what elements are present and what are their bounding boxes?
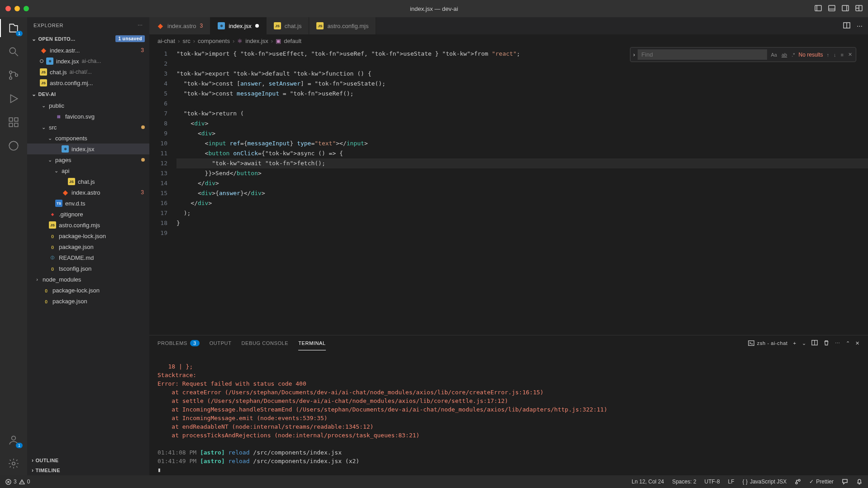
close-panel-icon[interactable]: ✕ — [855, 340, 860, 346]
close-icon[interactable]: ✕ — [847, 52, 853, 57]
terminal-shell-label[interactable]: zsh - ai-chat — [748, 340, 788, 346]
errors-status[interactable]: 3 0 — [5, 478, 30, 485]
terminal-dropdown-icon[interactable]: ⌄ — [802, 340, 806, 346]
new-terminal-icon[interactable]: + — [793, 340, 796, 346]
find-expand-icon[interactable]: › — [633, 51, 635, 58]
editor-body[interactable]: 12345678910111213141516171819 "tok-kw">i… — [149, 47, 868, 335]
bell-icon[interactable] — [856, 478, 863, 485]
editor-tab[interactable]: ⚛index.jsx — [210, 17, 267, 34]
tabs-row: ◆index.astro3⚛index.jsxJSchat.jsJSastro.… — [149, 17, 868, 34]
open-editors-list: ◆index.astr...3⚛index.jsxai-cha...JSchat… — [27, 44, 149, 89]
panel-bottom-icon[interactable] — [828, 5, 835, 13]
editor-tab[interactable]: ◆index.astro3 — [149, 17, 210, 34]
file-item[interactable]: ⚛index.jsx — [27, 144, 149, 154]
breadcrumbs[interactable]: ai-chat› src› components› ⚛ index.jsx› ▣… — [149, 34, 868, 47]
sidebar-header: EXPLORER ⋯ — [27, 17, 149, 33]
cursor-position[interactable]: Ln 12, Col 24 — [632, 478, 664, 485]
maximize-window-button[interactable] — [24, 6, 29, 11]
source-control-icon[interactable] — [7, 69, 20, 81]
project-section[interactable]: ⌄ DEV-AI — [27, 89, 149, 99]
next-match-icon[interactable]: ↓ — [833, 52, 837, 57]
file-item[interactable]: ◆index.astro3 — [27, 187, 149, 198]
file-item[interactable]: JSchat.js — [27, 176, 149, 187]
layout-icon[interactable] — [855, 5, 863, 13]
breadcrumb-item[interactable]: index.jsx — [245, 38, 268, 44]
open-editor-item[interactable]: JSastro.config.mj... — [27, 77, 149, 88]
output-tab[interactable]: OUTPUT — [210, 340, 232, 346]
outline-label: OUTLINE — [35, 458, 58, 463]
match-case-icon[interactable]: Aa — [770, 52, 777, 57]
split-editor-icon[interactable] — [843, 22, 850, 30]
search-icon[interactable] — [7, 45, 20, 58]
title-bar: index.jsx — dev-ai — [0, 0, 868, 17]
indentation-status[interactable]: Spaces: 2 — [672, 478, 696, 485]
open-editor-item[interactable]: ⚛index.jsxai-cha... — [27, 56, 149, 67]
feedback-icon[interactable] — [842, 478, 848, 485]
file-item[interactable]: TSenv.d.ts — [27, 198, 149, 209]
extensions-icon[interactable] — [7, 116, 20, 129]
outline-section[interactable]: › OUTLINE — [27, 455, 149, 465]
run-debug-icon[interactable] — [7, 92, 20, 105]
open-editors-section[interactable]: ⌄ OPEN EDITO... 1 unsaved — [27, 33, 149, 44]
open-editor-item[interactable]: JSchat.jsai-chat/... — [27, 67, 149, 77]
folder-item[interactable]: ⌄components — [27, 133, 149, 144]
svg-rect-15 — [14, 118, 18, 121]
panel-tabs: PROBLEMS 3 OUTPUT DEBUG CONSOLE TERMINAL… — [149, 335, 868, 351]
regex-icon[interactable]: .* — [791, 52, 796, 57]
svg-rect-0 — [815, 5, 821, 11]
file-item[interactable]: ◈.gitignore — [27, 209, 149, 220]
edge-devtools-icon[interactable] — [7, 139, 20, 152]
problems-tab[interactable]: PROBLEMS 3 — [157, 340, 200, 346]
prettier-status[interactable]: ✓ Prettier — [809, 478, 834, 485]
explorer-icon[interactable]: 1 — [7, 22, 20, 34]
file-item[interactable]: {}tsconfig.json — [27, 263, 149, 274]
folder-item[interactable]: ⌄public — [27, 100, 149, 111]
folder-item[interactable]: ⌄pages — [27, 154, 149, 165]
language-status[interactable]: { } JavaScript JSX — [743, 478, 787, 485]
open-editor-item[interactable]: ◆index.astr...3 — [27, 45, 149, 56]
more-icon[interactable]: ⋯ — [857, 23, 863, 29]
match-word-icon[interactable]: ab — [781, 52, 788, 57]
file-item[interactable]: ▤favicon.svg — [27, 111, 149, 122]
find-input[interactable] — [638, 49, 767, 60]
svg-point-12 — [10, 77, 12, 79]
eol-status[interactable]: LF — [728, 478, 734, 485]
file-item[interactable]: {}package-lock.json — [27, 285, 149, 296]
folder-item[interactable]: ⌄api — [27, 165, 149, 176]
file-item[interactable]: JSastro.config.mjs — [27, 220, 149, 230]
timeline-section[interactable]: › TIMELINE — [27, 465, 149, 475]
tsserver-icon[interactable] — [795, 478, 801, 485]
more-icon[interactable]: ⋯ — [835, 340, 840, 346]
minimize-window-button[interactable] — [14, 6, 20, 11]
maximize-panel-icon[interactable]: ⌃ — [846, 340, 850, 346]
prev-match-icon[interactable]: ↑ — [826, 52, 830, 57]
file-item[interactable]: ⓘREADME.md — [27, 252, 149, 263]
more-icon[interactable]: ⋯ — [138, 23, 143, 29]
file-item[interactable]: {}package.json — [27, 296, 149, 306]
breadcrumb-item[interactable]: ai-chat — [157, 38, 175, 44]
editor-tab[interactable]: JSchat.js — [267, 17, 310, 34]
split-terminal-icon[interactable] — [811, 340, 818, 347]
breadcrumb-item[interactable]: default — [284, 38, 301, 44]
settings-gear-icon[interactable] — [7, 457, 20, 470]
debug-console-tab[interactable]: DEBUG CONSOLE — [241, 340, 288, 346]
close-window-button[interactable] — [5, 6, 11, 11]
terminal-tab[interactable]: TERMINAL — [298, 340, 325, 346]
editor-tab[interactable]: JSastro.config.mjs — [309, 17, 376, 34]
folder-item[interactable]: ⌄src — [27, 122, 149, 133]
editor-area: ◆index.astro3⚛index.jsxJSchat.jsJSastro.… — [149, 17, 868, 475]
panel-right-icon[interactable] — [842, 5, 849, 13]
encoding-status[interactable]: UTF-8 — [705, 478, 720, 485]
terminal-body[interactable]: 18 | }; Stacktrace: Error: Request faile… — [149, 351, 868, 475]
svg-point-9 — [10, 48, 15, 53]
file-item[interactable]: {}package.json — [27, 241, 149, 252]
folder-item[interactable]: ›node_modules — [27, 274, 149, 285]
account-icon[interactable]: 1 — [7, 434, 20, 446]
breadcrumb-item[interactable]: components — [198, 38, 230, 44]
breadcrumb-item[interactable]: src — [182, 38, 190, 44]
code-area[interactable]: "tok-kw">import { "tok-fn">useEffect, "t… — [176, 47, 868, 335]
kill-terminal-icon[interactable] — [823, 340, 830, 347]
find-selection-icon[interactable]: ≡ — [840, 52, 844, 57]
file-item[interactable]: {}package-lock.json — [27, 230, 149, 241]
panel-left-icon[interactable] — [815, 5, 822, 13]
